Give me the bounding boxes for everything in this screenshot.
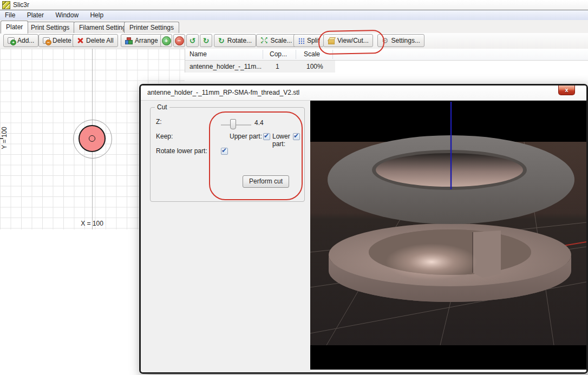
upper-part-checkbox[interactable]: ✔: [263, 133, 270, 140]
plated-object[interactable]: [79, 125, 106, 152]
minus-icon: −: [175, 36, 184, 45]
delete-button[interactable]: − Delete: [38, 34, 76, 47]
rotate-cw-button[interactable]: ↻: [200, 34, 212, 47]
3d-preview-viewport[interactable]: [310, 101, 586, 370]
model-lower-part: [329, 223, 571, 302]
arrange-button[interactable]: Arrange: [121, 34, 162, 47]
z-slider-track[interactable]: [221, 124, 251, 126]
object-table: Name Cop... Scale antenne_holder_-_11m..…: [185, 49, 588, 73]
rotate-button[interactable]: ↻ Rotate...: [214, 34, 256, 47]
add-icon: +: [8, 37, 15, 44]
lower-part-checkbox[interactable]: ✔: [293, 133, 300, 140]
check-icon: ✔: [264, 132, 269, 140]
check-icon: ✔: [221, 147, 227, 154]
y-axis-label: Y = 100: [1, 122, 8, 154]
cut-options-panel: Cut Z: 4.4 Keep: Upper part: ✔ Lower par…: [141, 101, 310, 370]
delete-all-button[interactable]: Delete All: [73, 34, 118, 47]
increase-copies-button[interactable]: +: [160, 34, 172, 47]
split-icon: [298, 37, 304, 44]
scale-icon: ↖↗ ↙↘: [260, 37, 267, 44]
close-button[interactable]: x: [558, 85, 575, 95]
perform-cut-button[interactable]: Perform cut: [243, 175, 289, 188]
scale-button[interactable]: ↖↗ ↙↘ Scale...: [256, 34, 296, 47]
delete-all-icon: [77, 37, 83, 44]
cut-groupbox: Cut Z: 4.4 Keep: Upper part: ✔ Lower par…: [150, 107, 305, 202]
column-header-scale[interactable]: Scale: [304, 49, 320, 60]
menu-file[interactable]: File: [0, 10, 20, 20]
cut-group-title: Cut: [155, 103, 169, 111]
view-cut-icon: [328, 37, 335, 44]
rotate-lower-part-checkbox[interactable]: ✔: [221, 148, 228, 155]
menu-help[interactable]: Help: [85, 10, 108, 20]
close-icon: x: [565, 87, 568, 93]
dialog-bottom-strip: [141, 370, 586, 373]
slic3r-window: Slic3r File Plater Window Help Plater Pr…: [0, 0, 588, 375]
delete-icon: −: [43, 37, 50, 44]
row-scale: 100%: [306, 61, 323, 73]
rotate-icon: ↻: [218, 37, 225, 44]
tab-printer-settings[interactable]: Printer Settings: [124, 22, 179, 33]
menu-plater[interactable]: Plater: [22, 10, 49, 20]
title-bar[interactable]: Slic3r: [0, 0, 588, 10]
view-cut-button[interactable]: View/Cut...: [323, 34, 373, 47]
keep-label: Keep:: [156, 133, 173, 140]
z-slider-thumb[interactable]: [230, 119, 236, 129]
plus-icon: +: [162, 36, 171, 45]
rotate-cw-icon: ↻: [203, 37, 210, 44]
rotate-ccw-button[interactable]: ↺: [186, 34, 199, 47]
table-header: Name Cop... Scale: [185, 49, 588, 61]
row-name: antenne_holder_-_11m...: [190, 61, 262, 73]
column-header-name[interactable]: Name: [190, 49, 207, 60]
decrease-copies-button[interactable]: −: [173, 34, 185, 47]
x-axis-label: X = 100: [76, 220, 108, 227]
rotate-ccw-icon: ↺: [190, 37, 196, 44]
plater-toolbar: + Add... − Delete Delete All Arrange + −…: [0, 33, 588, 49]
rotate-lower-part-label: Rotate lower part:: [156, 147, 207, 155]
z-value: 4.4: [254, 119, 264, 127]
row-copies: 1: [276, 61, 279, 73]
tab-print-settings[interactable]: Print Settings: [25, 22, 75, 33]
split-button[interactable]: Split: [293, 34, 324, 47]
tab-strip: Plater Print Settings Filament Settings …: [0, 20, 588, 33]
settings-button[interactable]: ⚙ Settings...: [377, 34, 424, 47]
window-title: Slic3r: [13, 1, 29, 9]
add-button[interactable]: + Add...: [3, 34, 38, 47]
menu-bar: File Plater Window Help: [0, 10, 588, 21]
column-header-copies[interactable]: Cop...: [270, 49, 287, 60]
table-row[interactable]: antenne_holder_-_11m... 1 100%: [185, 61, 335, 73]
dialog-title: antenne_holder_-_11mm_RP-SMA-fm_thread_V…: [141, 85, 586, 101]
cut-dialog: antenne_holder_-_11mm_RP-SMA-fm_thread_V…: [139, 84, 588, 374]
menu-window[interactable]: Window: [50, 10, 83, 20]
upper-part-label: Upper part:: [230, 133, 262, 140]
bed-front-edge: [310, 345, 586, 370]
slic3r-app-icon: [2, 1, 10, 9]
check-icon: ✔: [293, 132, 299, 140]
gear-icon: ⚙: [382, 37, 389, 44]
arrange-icon: [125, 37, 132, 44]
tab-plater[interactable]: Plater: [1, 21, 28, 34]
object-hole: [89, 135, 95, 142]
z-label: Z:: [156, 118, 162, 126]
